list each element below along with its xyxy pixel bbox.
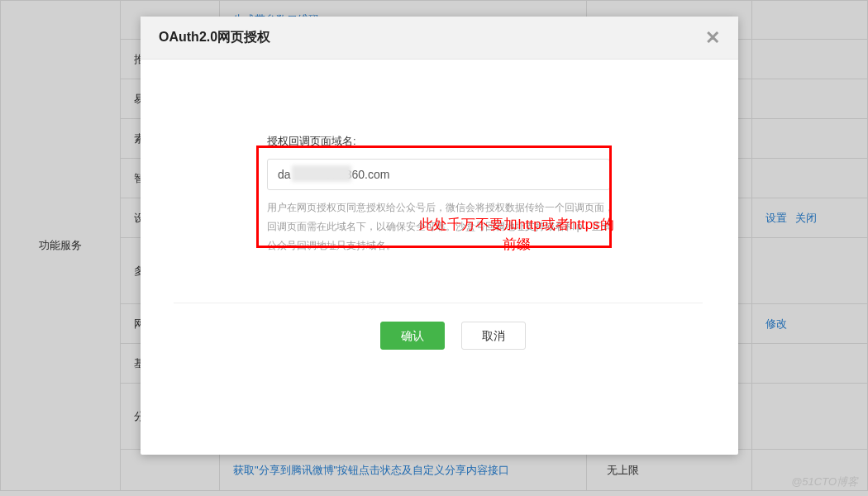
blur-patch — [292, 165, 351, 182]
close-icon[interactable]: ✕ — [705, 29, 720, 47]
oauth-modal: OAuth2.0网页授权 ✕ 授权回调页面域名: 用户在网页授权页同意授权给公众… — [141, 17, 738, 455]
modal-footer: 确认 取消 — [267, 322, 639, 350]
modal-body: 授权回调页面域名: 用户在网页授权页同意授权给公众号后，微信会将授权数据传给一个… — [141, 60, 738, 350]
watermark: @51CTO博客 — [791, 475, 858, 489]
modal-title: OAuth2.0网页授权 — [159, 29, 270, 46]
domain-field-label: 授权回调页面域名: — [267, 134, 639, 149]
domain-input-wrap — [267, 159, 639, 190]
modal-header: OAuth2.0网页授权 ✕ — [141, 17, 738, 60]
modal-divider — [174, 303, 703, 303]
domain-help-text: 用户在网页授权页同意授权给公众号后，微信会将授权数据传给一个回调页面，回调页面需… — [267, 198, 614, 255]
confirm-button[interactable]: 确认 — [380, 322, 445, 350]
cancel-button[interactable]: 取消 — [461, 322, 526, 350]
